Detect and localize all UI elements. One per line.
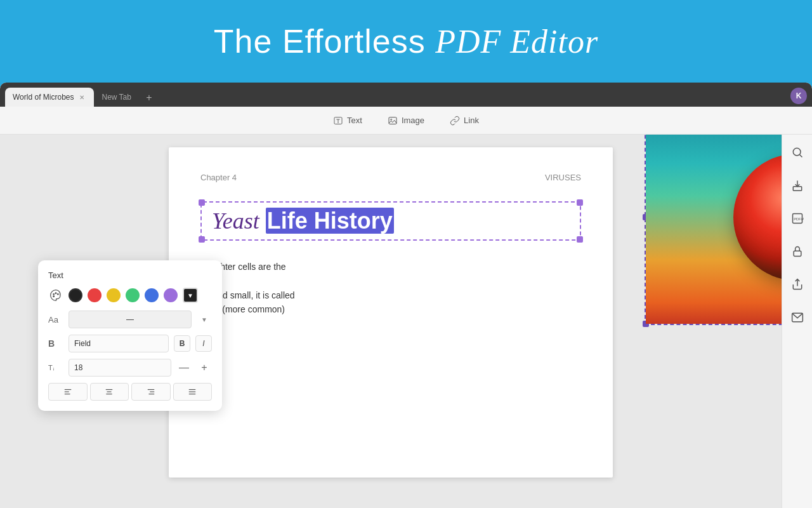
tab-world-of-microbes[interactable]: World of Microbes ✕	[5, 88, 94, 107]
pdf-content: Chapter 4 VIRUSES Yeast Life History	[0, 135, 782, 508]
svg-point-8	[53, 294, 55, 295]
size-increase-button[interactable]: +	[197, 360, 212, 375]
alignment-row	[48, 383, 212, 401]
align-left-button[interactable]	[48, 383, 88, 401]
font-size-icon: Aa	[48, 315, 63, 324]
title-italic: Yeast	[212, 208, 259, 234]
new-tab-button[interactable]: +	[141, 90, 157, 105]
sidebar-pdf-format-button[interactable]: PDF/A	[787, 208, 808, 229]
image-icon	[388, 116, 398, 126]
sidebar-lock-button[interactable]	[787, 241, 808, 262]
align-center-button[interactable]	[90, 383, 129, 401]
color-purple[interactable]	[164, 288, 178, 302]
selection-handle-tr	[577, 199, 583, 206]
color-picker-swatch[interactable]: ▼	[183, 288, 198, 303]
sidebar-search-button[interactable]	[787, 142, 808, 163]
bold-indicator: B	[48, 338, 63, 349]
main-area: Chapter 4 VIRUSES Yeast Life History	[0, 135, 812, 508]
svg-rect-29	[794, 251, 801, 256]
size-label: Tꜟ	[48, 364, 63, 372]
tab-bar: World of Microbes ✕ New Tab + K	[0, 83, 812, 107]
banner-title: The Effortless PDF Editor	[214, 22, 598, 60]
right-sidebar: PDF/A	[782, 135, 812, 508]
pdf-page: Chapter 4 VIRUSES Yeast Life History	[169, 147, 613, 478]
download-icon	[791, 179, 804, 192]
color-row: ▼	[48, 288, 212, 303]
size-decrease-button[interactable]: —	[176, 360, 192, 375]
sphere-image	[646, 135, 782, 324]
popup-title: Text	[48, 271, 212, 280]
image-selection-box[interactable]	[645, 135, 782, 325]
chapter-label: Chapter 4	[200, 173, 237, 182]
title-selected: Life History	[266, 208, 394, 234]
svg-point-10	[58, 294, 59, 295]
color-green[interactable]	[126, 288, 140, 302]
tab-label: World of Microbes	[13, 93, 74, 102]
font-size-dash: —	[69, 311, 192, 328]
svg-text:PDF/A: PDF/A	[794, 217, 804, 221]
mail-icon	[791, 311, 804, 324]
svg-rect-3	[389, 117, 396, 124]
selection-handle-tl	[199, 199, 205, 206]
font-select[interactable]: Field	[69, 335, 169, 352]
text-tool-button[interactable]: Text	[328, 113, 367, 128]
body-text: daughter cells are the ge and small, it …	[200, 260, 581, 317]
size-select[interactable]: 18	[69, 359, 171, 377]
italic-button[interactable]: I	[195, 335, 212, 352]
font-size-row: Aa — ▼	[48, 311, 212, 328]
selection-handle-bl	[199, 236, 205, 243]
search-icon	[791, 146, 804, 159]
svg-point-7	[53, 296, 55, 297]
svg-point-9	[55, 293, 56, 294]
title-selection-box[interactable]: Yeast Life History	[200, 201, 581, 241]
lock-icon	[791, 245, 804, 258]
image-tool-button[interactable]: Image	[383, 113, 429, 128]
sidebar-download-button[interactable]	[787, 175, 808, 196]
text-tool-label: Text	[347, 116, 362, 125]
link-tool-label: Link	[464, 116, 479, 125]
avatar: K	[790, 88, 807, 104]
color-blue[interactable]	[145, 288, 159, 302]
selection-handle-br	[577, 236, 583, 243]
tab-close-button[interactable]: ✕	[77, 93, 86, 102]
color-picker-icon[interactable]	[48, 288, 63, 303]
top-banner: The Effortless PDF Editor	[0, 0, 812, 83]
browser-window: World of Microbes ✕ New Tab + K Text Ima…	[0, 83, 812, 508]
section-label: VIRUSES	[545, 173, 581, 182]
svg-line-24	[799, 155, 802, 157]
link-tool-button[interactable]: Link	[445, 113, 484, 128]
sidebar-share-button[interactable]	[787, 274, 808, 295]
bold-button[interactable]: B	[174, 335, 190, 352]
font-size-stepper-row: Tꜟ 18 — +	[48, 359, 212, 377]
image-tool-label: Image	[402, 116, 424, 125]
link-icon	[450, 116, 460, 126]
tab-label: New Tab	[102, 93, 131, 102]
tab-new-tab[interactable]: New Tab	[94, 88, 138, 107]
color-black[interactable]	[69, 288, 82, 302]
pdf-format-icon: PDF/A	[791, 212, 804, 225]
text-format-popup: Text	[38, 260, 222, 411]
text-icon	[333, 116, 343, 126]
font-name-row: B Field B I	[48, 335, 212, 352]
align-right-button[interactable]	[131, 383, 171, 401]
svg-point-23	[793, 148, 801, 156]
body-line-3: sion) (more common)	[200, 302, 581, 316]
svg-point-4	[391, 119, 392, 120]
body-line-2: ge and small, it is called	[200, 288, 581, 302]
color-red[interactable]	[88, 288, 102, 302]
page-header: Chapter 4 VIRUSES	[200, 173, 581, 182]
sphere-graphic	[733, 154, 782, 281]
body-line-1: daughter cells are the	[200, 260, 581, 274]
share-icon	[791, 278, 804, 291]
toolbar: Text Image Link	[0, 107, 812, 135]
page-title: Yeast Life History	[212, 208, 570, 234]
color-yellow[interactable]	[107, 288, 121, 302]
font-size-dropdown-icon[interactable]: ▼	[197, 312, 212, 327]
align-justify-button[interactable]	[173, 383, 213, 401]
sidebar-mail-button[interactable]	[787, 307, 808, 328]
